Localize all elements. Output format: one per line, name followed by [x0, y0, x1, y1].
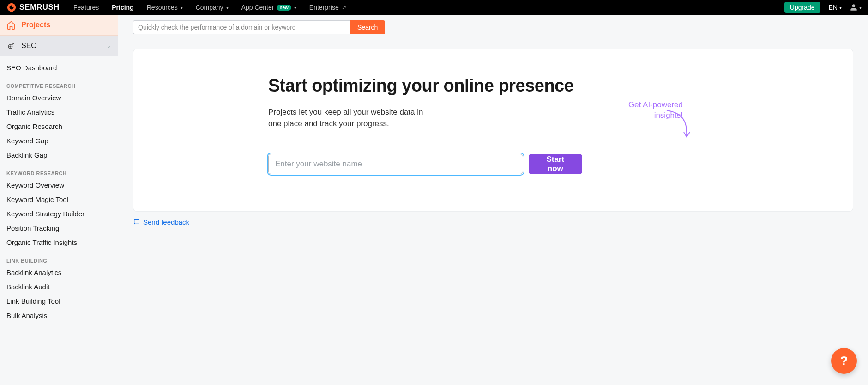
chevron-down-icon: ▾: [839, 5, 842, 10]
website-name-input[interactable]: [268, 154, 523, 174]
chat-icon: [133, 218, 140, 226]
sidebar-item[interactable]: Domain Overview: [0, 91, 118, 105]
sidebar-item[interactable]: Keyword Strategy Builder: [0, 207, 118, 221]
sidebar-heading: LINK BUILDING: [0, 250, 118, 265]
sidebar-item[interactable]: Link Building Tool: [0, 294, 118, 308]
sidebar-item[interactable]: Keyword Overview: [0, 178, 118, 192]
nav-features[interactable]: Features: [73, 4, 99, 11]
top-right-controls: Upgrade EN▾ ▾: [784, 2, 862, 13]
sidebar-item[interactable]: Backlink Audit: [0, 280, 118, 294]
sidebar-projects[interactable]: Projects: [0, 15, 118, 36]
sidebar-item[interactable]: Backlink Analytics: [0, 265, 118, 280]
sidebar-projects-label: Projects: [21, 21, 50, 29]
quick-search-button[interactable]: Search: [350, 20, 385, 34]
nav-company[interactable]: Company▾: [196, 4, 229, 11]
sidebar-heading: COMPETITIVE RESEARCH: [0, 75, 118, 91]
nav-resources[interactable]: Resources▾: [147, 4, 183, 11]
home-icon: [6, 20, 16, 30]
brand-name: SEMRUSH: [19, 3, 60, 12]
sidebar-item[interactable]: Keyword Gap: [0, 134, 118, 148]
chevron-down-icon: ▾: [181, 5, 183, 10]
sidebar-item[interactable]: SEO Dashboard: [0, 61, 118, 75]
sidebar-item[interactable]: Position Tracking: [0, 221, 118, 235]
user-menu[interactable]: ▾: [850, 4, 862, 11]
sidebar-seo-toggle[interactable]: SEO ⌄: [0, 36, 118, 56]
svg-point-4: [10, 46, 11, 47]
sidebar-item[interactable]: Traffic Analytics: [0, 105, 118, 119]
chevron-down-icon: ▾: [294, 5, 296, 10]
sidebar-seo-label: SEO: [21, 42, 101, 50]
upgrade-button[interactable]: Upgrade: [784, 2, 820, 13]
sidebar-item[interactable]: Backlink Gap: [0, 148, 118, 162]
send-feedback-link[interactable]: Send feedback: [133, 218, 853, 226]
svg-point-2: [12, 6, 14, 7]
callout-arrow-icon: [664, 108, 692, 141]
chevron-down-icon: ▾: [226, 5, 229, 10]
sidebar: Projects SEO ⌄ SEO Dashboard COMPETITIVE…: [0, 15, 118, 385]
projects-hero-card: Start optimizing your online presence Pr…: [133, 49, 853, 212]
chevron-down-icon: ⌄: [107, 43, 111, 49]
language-selector[interactable]: EN▾: [829, 4, 842, 11]
hero-subtitle: Projects let you keep all your website d…: [268, 106, 434, 130]
hero-title: Start optimizing your online presence: [268, 76, 582, 96]
brand-logo[interactable]: SEMRUSH: [6, 2, 60, 12]
sidebar-heading: KEYWORD RESEARCH: [0, 162, 118, 178]
user-icon: [850, 4, 857, 11]
top-navbar: SEMRUSH Features Pricing Resources▾ Comp…: [0, 0, 868, 15]
external-link-icon: ↗: [342, 4, 346, 11]
sidebar-item[interactable]: Bulk Analysis: [0, 308, 118, 323]
semrush-logo-icon: [6, 2, 17, 12]
quick-search-row: Search: [118, 15, 868, 40]
nav-pricing[interactable]: Pricing: [112, 4, 133, 11]
main-area: Search Start optimizing your online pres…: [118, 15, 868, 385]
help-button[interactable]: ?: [831, 348, 857, 374]
sidebar-item[interactable]: Organic Traffic Insights: [0, 235, 118, 250]
nav-enterprise[interactable]: Enterprise↗: [309, 4, 346, 11]
sidebar-item[interactable]: Keyword Magic Tool: [0, 192, 118, 207]
target-icon: [6, 41, 16, 50]
start-now-button[interactable]: Start now: [529, 154, 583, 174]
nav-app-center[interactable]: App Centernew▾: [241, 4, 296, 11]
new-badge: new: [277, 5, 291, 11]
primary-nav: Features Pricing Resources▾ Company▾ App…: [73, 4, 346, 11]
quick-search-input[interactable]: [133, 20, 350, 34]
chevron-down-icon: ▾: [859, 5, 862, 10]
sidebar-item[interactable]: Organic Research: [0, 119, 118, 134]
